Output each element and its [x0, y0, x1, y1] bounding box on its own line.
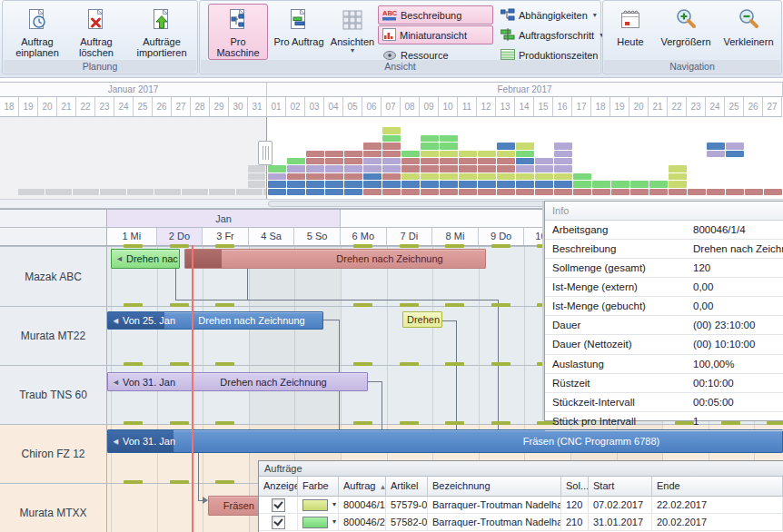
visibility-checkbox[interactable]	[272, 516, 285, 529]
toggle-label: Miniaturansicht	[400, 30, 467, 41]
mini-load-cell	[344, 165, 362, 172]
auftrag-löschen-button[interactable]: Auftrag löschen	[66, 4, 126, 60]
mini-load-cell	[421, 165, 439, 172]
mini-load-cell	[382, 173, 401, 180]
mini-day-cell: 11	[458, 97, 477, 117]
column-header-start[interactable]: Start	[589, 477, 652, 497]
visibility-checkbox[interactable]	[272, 498, 285, 512]
toggle-ressource[interactable]: Ressource	[378, 45, 493, 64]
column-header-farbe[interactable]: Farbe	[298, 477, 339, 497]
production-time-marker	[215, 480, 234, 484]
gantt-bar-green[interactable]: ◄Drehen nac	[111, 249, 180, 269]
toggle-miniaturansicht[interactable]: Miniaturansicht	[378, 25, 493, 44]
gantt-day-9do: 9 Do	[479, 228, 525, 246]
info-row-value: 0,00	[693, 297, 713, 315]
mini-day-cell: 14	[515, 97, 534, 117]
constraint-arrow-icon: ◄	[112, 378, 120, 387]
mini-load-cell	[573, 173, 591, 180]
mini-load-cell	[363, 165, 382, 172]
bar-label: Drehen nach Zeichnung	[220, 373, 326, 390]
mini-load-cell	[554, 173, 572, 180]
gantt-bar-blue[interactable]: ◄Von 31. JanFräsen (CNC Programm 6788)	[107, 429, 783, 453]
auftrag-einplanen-button[interactable]: Auftrag einplanen	[8, 4, 66, 60]
column-header-bezeichnung[interactable]: Bezeichnung	[428, 477, 561, 497]
pro-auftrag-button[interactable]: Pro Auftrag	[270, 4, 328, 60]
dependency-connector	[368, 381, 382, 382]
info-panel-title: Info	[545, 202, 783, 221]
ribbon-group-caption: Navigation	[604, 60, 780, 73]
mini-load-cell	[649, 189, 668, 195]
info-row: Arbeitsgang800046/1/4	[545, 221, 783, 240]
production-time-marker	[445, 421, 464, 425]
production-time-marker	[215, 244, 234, 248]
quantity-cell: 120	[561, 497, 589, 514]
gantt-bar-yellow[interactable]: Drehen n	[402, 311, 442, 328]
mini-load-cell	[554, 158, 572, 164]
gantt-bar-blue[interactable]: ◄Von 25. JanDrehen nach Zeichnung	[107, 311, 323, 330]
column-header-sol[interactable]: Sol...	[561, 477, 589, 497]
mini-load-cell	[401, 181, 420, 187]
start-date-cell: 31.01.2017	[589, 514, 652, 531]
verkleinern-button[interactable]: Verkleinern	[718, 4, 779, 60]
bar-label: Drehen nach Zeichnung	[198, 312, 304, 329]
mini-load-cell	[516, 181, 534, 187]
vergrößern-button[interactable]: Vergrößern	[652, 4, 719, 60]
swatch-dropdown-icon[interactable]: ▾	[332, 514, 336, 530]
ribbon-group-navigation: NavigationHeuteVergrößernVerkleinern	[602, 0, 782, 74]
times-icon	[501, 48, 515, 63]
production-time-marker	[400, 244, 419, 248]
mini-day-cell: 10	[439, 97, 458, 117]
gantt-day-5so: 5 So	[294, 228, 341, 246]
row-color-cell: ▾	[298, 514, 339, 531]
info-row: BeschreibungDrehen nach Zeichn	[545, 240, 783, 259]
info-row-label: Arbeitsgang	[552, 221, 608, 239]
swatch-dropdown-icon[interactable]: ▾	[332, 497, 336, 513]
mini-load-cell	[382, 189, 401, 195]
gantt-bar-lavender[interactable]: ◄Von 31. JanDrehen nach Zeichnung	[107, 372, 368, 391]
mini-day-cell: 18	[591, 97, 610, 117]
info-row-label: Sollmenge (gesamt)	[552, 259, 646, 277]
gantt-bar-rose[interactable]: Fräsen	[208, 496, 260, 516]
toggle-beschreibung[interactable]: ABCBeschreibung	[378, 5, 493, 25]
mini-load-cell	[497, 165, 515, 172]
heute-button[interactable]: Heute	[609, 4, 652, 60]
per-order-icon	[287, 7, 311, 34]
mini-day-cell: 23	[95, 97, 114, 117]
gantt-bar-rose[interactable]: Drehen nach Zeichnung	[184, 249, 486, 269]
column-header-artikel[interactable]: Artikel	[386, 477, 428, 497]
column-header-anzeige[interactable]: Anzeige	[259, 477, 298, 497]
column-header-ende[interactable]: Ende	[652, 477, 783, 497]
mini-load-cell	[306, 151, 324, 157]
gantt-day-2do: 2 Do	[157, 228, 203, 246]
mini-day-cell: 12	[477, 97, 496, 117]
gantt-day-6mo: 6 Mo	[341, 228, 387, 246]
mini-load-cell	[535, 189, 553, 195]
column-header-auftrag[interactable]: Auftrag▲	[339, 477, 386, 497]
today-line	[192, 245, 193, 532]
timeline-splitter-handle[interactable]	[258, 141, 273, 165]
mini-load-cell	[669, 173, 687, 180]
mini-load-cell	[268, 173, 286, 180]
mini-load-cell	[688, 189, 706, 195]
color-swatch[interactable]	[302, 517, 328, 528]
mini-load-cell	[421, 158, 439, 164]
mini-day-cell: 02	[286, 97, 305, 117]
info-row-label: Stückzeit-Intervall	[552, 393, 635, 411]
chevron-down-icon: ▾	[329, 47, 376, 54]
mini-load-cell	[325, 173, 343, 180]
gantt-day-4sa: 4 Sa	[249, 228, 295, 246]
mini-day-cell: 09	[420, 97, 439, 117]
mini-load-cell	[421, 189, 439, 195]
mini-load-cell	[516, 151, 534, 157]
ansichten-button[interactable]: Ansichten▾	[328, 4, 377, 60]
mini-load-cell	[726, 143, 744, 149]
aufträge-importieren-button[interactable]: Aufträge importieren	[128, 4, 195, 60]
order-number-cell: 800046/1	[339, 497, 386, 514]
description-cell: Barraquer-Troutman Nadelhalte...	[428, 497, 561, 514]
info-row-value: (00) 10:10:00	[693, 335, 755, 353]
color-swatch[interactable]	[302, 499, 328, 511]
bar-start-date: Von 31. Jan	[123, 377, 175, 388]
production-time-marker	[170, 362, 189, 366]
pro-maschine-button[interactable]: Pro Maschine	[208, 4, 268, 60]
mini-day-cell: 22	[76, 97, 95, 117]
